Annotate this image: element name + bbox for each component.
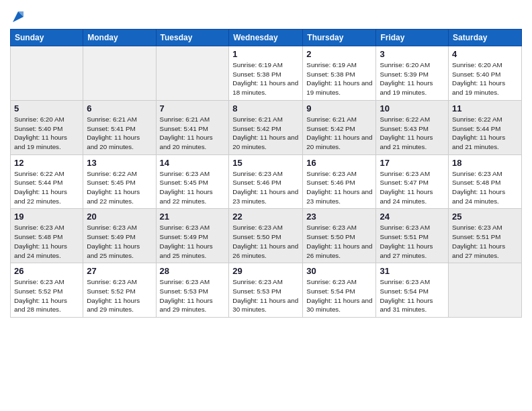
day-cell-18: 18Sunrise: 6:23 AM Sunset: 5:48 PM Dayli…: [449, 154, 522, 209]
day-cell-6: 6Sunrise: 6:21 AM Sunset: 5:41 PM Daylig…: [83, 100, 156, 154]
header-cell-thursday: Thursday: [303, 30, 376, 46]
header-cell-friday: Friday: [376, 30, 449, 46]
day-number: 25: [452, 212, 518, 222]
empty-cell: [449, 263, 522, 318]
day-number: 20: [87, 212, 152, 222]
day-number: 22: [232, 212, 299, 222]
day-cell-1: 1Sunrise: 6:19 AM Sunset: 5:38 PM Daylig…: [229, 46, 303, 101]
day-number: 21: [160, 212, 226, 222]
day-number: 30: [306, 266, 372, 276]
day-info: Sunrise: 6:23 AM Sunset: 5:48 PM Dayligh…: [14, 223, 79, 260]
day-cell-19: 19Sunrise: 6:23 AM Sunset: 5:48 PM Dayli…: [11, 209, 83, 263]
day-number: 18: [452, 158, 518, 168]
day-number: 29: [232, 266, 299, 276]
day-number: 14: [160, 158, 226, 168]
day-info: Sunrise: 6:19 AM Sunset: 5:38 PM Dayligh…: [306, 60, 372, 97]
day-info: Sunrise: 6:21 AM Sunset: 5:42 PM Dayligh…: [232, 115, 299, 152]
day-info: Sunrise: 6:23 AM Sunset: 5:49 PM Dayligh…: [87, 223, 152, 260]
day-info: Sunrise: 6:22 AM Sunset: 5:44 PM Dayligh…: [452, 115, 518, 152]
day-info: Sunrise: 6:22 AM Sunset: 5:45 PM Dayligh…: [87, 169, 152, 206]
day-cell-27: 27Sunrise: 6:23 AM Sunset: 5:52 PM Dayli…: [83, 263, 156, 318]
day-info: Sunrise: 6:23 AM Sunset: 5:45 PM Dayligh…: [160, 169, 226, 206]
day-cell-3: 3Sunrise: 6:20 AM Sunset: 5:39 PM Daylig…: [376, 46, 449, 101]
logo: [10, 10, 25, 24]
day-number: 16: [306, 158, 372, 168]
day-cell-8: 8Sunrise: 6:21 AM Sunset: 5:42 PM Daylig…: [229, 100, 303, 154]
calendar: SundayMondayTuesdayWednesdayThursdayFrid…: [10, 29, 522, 318]
day-info: Sunrise: 6:23 AM Sunset: 5:48 PM Dayligh…: [452, 169, 518, 206]
day-cell-29: 29Sunrise: 6:23 AM Sunset: 5:53 PM Dayli…: [229, 263, 303, 318]
day-info: Sunrise: 6:23 AM Sunset: 5:52 PM Dayligh…: [14, 277, 79, 314]
day-number: 27: [87, 266, 152, 276]
week-row-4: 19Sunrise: 6:23 AM Sunset: 5:48 PM Dayli…: [11, 209, 522, 263]
day-cell-17: 17Sunrise: 6:23 AM Sunset: 5:47 PM Dayli…: [376, 154, 449, 209]
day-info: Sunrise: 6:21 AM Sunset: 5:41 PM Dayligh…: [160, 115, 226, 152]
day-cell-31: 31Sunrise: 6:23 AM Sunset: 5:54 PM Dayli…: [376, 263, 449, 318]
header-cell-monday: Monday: [83, 30, 156, 46]
day-info: Sunrise: 6:23 AM Sunset: 5:50 PM Dayligh…: [306, 223, 372, 260]
day-cell-2: 2Sunrise: 6:19 AM Sunset: 5:38 PM Daylig…: [303, 46, 376, 101]
day-number: 5: [14, 103, 79, 113]
day-info: Sunrise: 6:23 AM Sunset: 5:54 PM Dayligh…: [306, 277, 372, 314]
day-cell-21: 21Sunrise: 6:23 AM Sunset: 5:49 PM Dayli…: [156, 209, 229, 263]
header-row: SundayMondayTuesdayWednesdayThursdayFrid…: [11, 30, 522, 46]
day-cell-24: 24Sunrise: 6:23 AM Sunset: 5:51 PM Dayli…: [376, 209, 449, 263]
day-cell-9: 9Sunrise: 6:21 AM Sunset: 5:42 PM Daylig…: [303, 100, 376, 154]
empty-cell: [11, 46, 83, 101]
day-number: 31: [380, 266, 445, 276]
day-number: 7: [160, 103, 226, 113]
day-cell-15: 15Sunrise: 6:23 AM Sunset: 5:46 PM Dayli…: [229, 154, 303, 209]
day-cell-23: 23Sunrise: 6:23 AM Sunset: 5:50 PM Dayli…: [303, 209, 376, 263]
day-number: 28: [160, 266, 226, 276]
day-info: Sunrise: 6:21 AM Sunset: 5:41 PM Dayligh…: [87, 115, 152, 152]
day-cell-7: 7Sunrise: 6:21 AM Sunset: 5:41 PM Daylig…: [156, 100, 229, 154]
day-info: Sunrise: 6:23 AM Sunset: 5:52 PM Dayligh…: [87, 277, 152, 314]
page: SundayMondayTuesdayWednesdayThursdayFrid…: [0, 0, 532, 411]
day-number: 6: [87, 103, 152, 113]
header-cell-wednesday: Wednesday: [229, 30, 303, 46]
day-number: 4: [452, 49, 518, 59]
day-cell-10: 10Sunrise: 6:22 AM Sunset: 5:43 PM Dayli…: [376, 100, 449, 154]
day-number: 2: [306, 49, 372, 59]
day-cell-12: 12Sunrise: 6:22 AM Sunset: 5:44 PM Dayli…: [11, 154, 83, 209]
day-number: 1: [232, 49, 299, 59]
day-number: 3: [380, 49, 445, 59]
day-info: Sunrise: 6:21 AM Sunset: 5:42 PM Dayligh…: [306, 115, 372, 152]
week-row-5: 26Sunrise: 6:23 AM Sunset: 5:52 PM Dayli…: [11, 263, 522, 318]
day-cell-14: 14Sunrise: 6:23 AM Sunset: 5:45 PM Dayli…: [156, 154, 229, 209]
day-cell-28: 28Sunrise: 6:23 AM Sunset: 5:53 PM Dayli…: [156, 263, 229, 318]
day-number: 11: [452, 103, 518, 113]
day-cell-16: 16Sunrise: 6:23 AM Sunset: 5:46 PM Dayli…: [303, 154, 376, 209]
day-info: Sunrise: 6:23 AM Sunset: 5:46 PM Dayligh…: [306, 169, 372, 206]
day-cell-26: 26Sunrise: 6:23 AM Sunset: 5:52 PM Dayli…: [11, 263, 83, 318]
empty-cell: [83, 46, 156, 101]
day-info: Sunrise: 6:20 AM Sunset: 5:39 PM Dayligh…: [380, 60, 445, 97]
day-info: Sunrise: 6:22 AM Sunset: 5:43 PM Dayligh…: [380, 115, 445, 152]
header-cell-tuesday: Tuesday: [156, 30, 229, 46]
day-cell-25: 25Sunrise: 6:23 AM Sunset: 5:51 PM Dayli…: [449, 209, 522, 263]
day-info: Sunrise: 6:20 AM Sunset: 5:40 PM Dayligh…: [452, 60, 518, 97]
day-info: Sunrise: 6:23 AM Sunset: 5:51 PM Dayligh…: [452, 223, 518, 260]
day-cell-11: 11Sunrise: 6:22 AM Sunset: 5:44 PM Dayli…: [449, 100, 522, 154]
header-cell-sunday: Sunday: [11, 30, 83, 46]
day-info: Sunrise: 6:22 AM Sunset: 5:44 PM Dayligh…: [14, 169, 79, 206]
day-number: 8: [232, 103, 299, 113]
day-info: Sunrise: 6:19 AM Sunset: 5:38 PM Dayligh…: [232, 60, 299, 97]
day-number: 13: [87, 158, 152, 168]
day-number: 17: [380, 158, 445, 168]
day-cell-5: 5Sunrise: 6:20 AM Sunset: 5:40 PM Daylig…: [11, 100, 83, 154]
empty-cell: [156, 46, 229, 101]
header: [10, 7, 522, 24]
day-number: 19: [14, 212, 79, 222]
day-number: 23: [306, 212, 372, 222]
day-info: Sunrise: 6:20 AM Sunset: 5:40 PM Dayligh…: [14, 115, 79, 152]
day-cell-22: 22Sunrise: 6:23 AM Sunset: 5:50 PM Dayli…: [229, 209, 303, 263]
day-info: Sunrise: 6:23 AM Sunset: 5:49 PM Dayligh…: [160, 223, 226, 260]
day-number: 12: [14, 158, 79, 168]
day-info: Sunrise: 6:23 AM Sunset: 5:46 PM Dayligh…: [232, 169, 299, 206]
week-row-1: 1Sunrise: 6:19 AM Sunset: 5:38 PM Daylig…: [11, 46, 522, 101]
day-cell-4: 4Sunrise: 6:20 AM Sunset: 5:40 PM Daylig…: [449, 46, 522, 101]
day-cell-30: 30Sunrise: 6:23 AM Sunset: 5:54 PM Dayli…: [303, 263, 376, 318]
day-cell-20: 20Sunrise: 6:23 AM Sunset: 5:49 PM Dayli…: [83, 209, 156, 263]
day-info: Sunrise: 6:23 AM Sunset: 5:53 PM Dayligh…: [160, 277, 226, 314]
